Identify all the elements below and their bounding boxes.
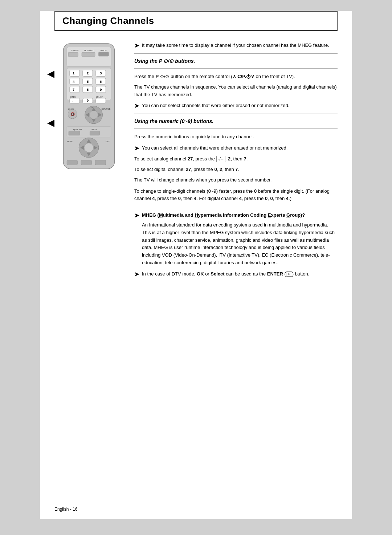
enter-note-block: ➤ In the case of DTV mode, OK or Select … <box>134 270 338 278</box>
content-area: TV/DTV TEXT/MIX MODE 1 2 <box>40 38 352 282</box>
section1-arrow-icon: ➤ <box>134 102 139 109</box>
svg-text:Q.MENU: Q.MENU <box>73 128 82 131</box>
divider-3 <box>134 114 338 114</box>
svg-text:6: 6 <box>100 79 102 83</box>
svg-text:2: 2 <box>87 71 89 75</box>
intro-note-text: It may take some time to display a chann… <box>142 42 329 49</box>
svg-text:MENU: MENU <box>67 140 73 143</box>
svg-text:3: 3 <box>100 71 102 75</box>
intro-arrow-icon: ➤ <box>134 42 139 49</box>
section2-body3: To select digital channel 27, press the … <box>134 166 338 173</box>
svg-rect-21 <box>70 86 79 93</box>
svg-text:4: 4 <box>73 79 75 83</box>
section2-body4: The TV will change channels when you pre… <box>134 176 338 184</box>
svg-point-38 <box>89 111 98 119</box>
section1-header: Using the P ⊙/⊙ buttons. <box>134 58 338 64</box>
svg-text:GUIDE: GUIDE <box>70 96 76 98</box>
svg-text:TV/DTV: TV/DTV <box>71 49 79 52</box>
svg-rect-58 <box>67 160 77 165</box>
svg-point-53 <box>84 143 93 152</box>
section1-header-text: Using the P ⊙/⊙ buttons. <box>134 58 195 64</box>
svg-rect-15 <box>70 78 79 85</box>
svg-rect-7 <box>82 52 95 57</box>
section2-arrow-icon: ➤ <box>134 145 139 152</box>
section1-note-text: You can not select channels that were ei… <box>142 102 289 109</box>
section2-header-text: Using the numeric (0~9) buttons. <box>134 118 213 124</box>
divider-1 <box>134 53 338 54</box>
section2-note-block: ➤ You can select all channels that were … <box>134 144 338 152</box>
svg-rect-9 <box>70 70 79 77</box>
title-bar: Changing Channels <box>54 11 338 31</box>
svg-rect-49 <box>90 131 99 135</box>
svg-rect-5 <box>99 52 109 56</box>
section1-note-block: ➤ You can not select channels that were … <box>134 102 338 109</box>
svg-rect-60 <box>95 160 106 165</box>
svg-text:-/--: -/-- <box>72 99 75 102</box>
svg-text:TEXT/MIX: TEXT/MIX <box>84 49 94 52</box>
right-column: ➤ It may take some time to display a cha… <box>134 38 338 282</box>
mheg-arrow-icon: ➤ <box>134 212 139 219</box>
remote-control-image: TV/DTV TEXT/MIX MODE 1 2 <box>54 42 123 172</box>
divider-5 <box>134 207 338 207</box>
page-title: Changing Channels <box>62 15 330 26</box>
section2-body2: To select analog channel 27, press the -… <box>134 155 338 163</box>
mheg-section: ➤ MHEG (Multimedia and Hypermedia Inform… <box>134 212 338 278</box>
footer-text: English - 16 <box>54 507 77 512</box>
svg-text:CHLIST: CHLIST <box>96 96 103 98</box>
section2-body5: To change to single-digit channels (0~9)… <box>134 188 338 203</box>
svg-text:P: P <box>91 106 93 109</box>
section1-body2: The TV changes channels in sequence. You… <box>134 83 338 99</box>
section2-note-text: You can select all channels that were ei… <box>142 144 287 152</box>
section2-body1: Press the numeric buttons to quickly tun… <box>134 133 338 141</box>
svg-rect-33 <box>96 98 106 103</box>
svg-text:MODE: MODE <box>101 49 107 52</box>
section2-header: Using the numeric (0~9) buttons. <box>134 118 338 124</box>
intro-note-block: ➤ It may take some time to display a cha… <box>134 42 338 49</box>
page: Changing Channels TV/DTV TEXT/MIX MODE <box>40 11 352 519</box>
svg-text:SOURCE: SOURCE <box>102 108 111 110</box>
svg-text:8: 8 <box>87 87 89 91</box>
mheg-note-text: MHEG (Multimedia and Hypermedia Informat… <box>142 212 338 267</box>
svg-text:7: 7 <box>73 87 74 91</box>
arrow-bottom-icon <box>47 120 54 127</box>
enter-note-text: In the case of DTV mode, OK or Select ca… <box>142 270 309 278</box>
enter-arrow-icon: ➤ <box>134 271 139 278</box>
svg-text:INFO: INFO <box>91 128 97 131</box>
left-column: TV/DTV TEXT/MIX MODE 1 2 <box>54 38 127 282</box>
divider-2 <box>134 68 338 69</box>
svg-text:EXIT: EXIT <box>106 140 110 143</box>
svg-rect-59 <box>81 160 91 165</box>
svg-text:5: 5 <box>87 79 89 83</box>
svg-text:🔇: 🔇 <box>70 112 75 117</box>
svg-text:1: 1 <box>73 71 75 75</box>
mheg-note-block: ➤ MHEG (Multimedia and Hypermedia Inform… <box>134 212 338 267</box>
arrow-top-icon <box>47 71 54 78</box>
section1-body1: Press the P ⊙/⊙ button on the remote con… <box>134 73 338 81</box>
divider-4 <box>134 128 338 129</box>
svg-rect-6 <box>68 52 78 57</box>
svg-rect-48 <box>69 131 80 135</box>
svg-text:0: 0 <box>87 99 89 102</box>
mheg-body-text: An International standard for data encod… <box>142 221 338 267</box>
footer: English - 16 <box>54 505 98 512</box>
svg-text:9: 9 <box>100 87 102 91</box>
